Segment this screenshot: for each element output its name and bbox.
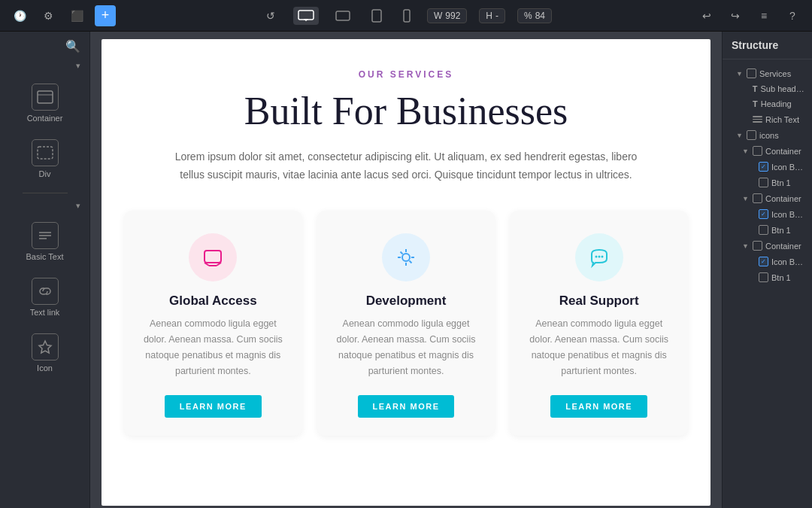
device-tablet-portrait-button[interactable] — [367, 6, 386, 26]
tree-label-btn-1-1: Btn 1 — [771, 178, 791, 187]
tree-item-container-3[interactable]: ▼ Container — [723, 238, 812, 254]
tree-item-services[interactable]: ▼ Services — [723, 65, 812, 81]
height-display: H - — [479, 8, 505, 23]
svg-rect-8 — [38, 147, 53, 159]
card-icon-real-support — [575, 233, 623, 281]
tree-arrow-icons: ▼ — [736, 132, 744, 139]
container-icon — [32, 84, 59, 111]
tree-checkbox-icon-box-1[interactable] — [759, 162, 768, 172]
tree-arrow-container-3: ▼ — [742, 242, 750, 250]
tree-item-container-1[interactable]: ▼ Container — [723, 143, 812, 159]
svg-rect-5 — [404, 10, 410, 22]
tree-label-heading: Heading — [761, 99, 792, 108]
tree-item-btn-1-1[interactable]: ▼ Btn 1 — [723, 175, 812, 190]
card-icon-global-access — [189, 233, 237, 281]
basic-text-label: Basic Text — [26, 252, 64, 261]
height-label: H — [486, 11, 492, 21]
sidebar-item-container[interactable]: Container — [11, 77, 79, 129]
search-icon[interactable]: 🔍 — [65, 39, 80, 53]
history-icon[interactable]: 🕐 — [9, 5, 30, 26]
tree-label-services: Services — [759, 69, 791, 78]
tree-label-icons: icons — [759, 131, 779, 140]
tree-item-container-2[interactable]: ▼ Container — [723, 190, 812, 206]
menu-icon[interactable]: ≡ — [753, 5, 774, 26]
card-real-support: Real Support Aenean commodo ligula egget… — [510, 211, 688, 436]
sidebar-item-text-link[interactable]: Text link — [11, 271, 79, 324]
tree-item-btn-1-2[interactable]: ▼ Btn 1 — [723, 222, 812, 238]
tree-checkbox-container-3[interactable] — [753, 241, 762, 251]
add-button[interactable]: + — [95, 5, 116, 26]
tree-checkbox-container-2[interactable] — [753, 193, 762, 203]
svg-point-24 — [595, 255, 597, 257]
sidebar-item-div[interactable]: Div — [11, 132, 79, 185]
tree-arrow-services: ▼ — [736, 70, 744, 78]
icon-label: Icon — [37, 364, 53, 373]
refresh-icon[interactable]: ↺ — [260, 5, 281, 26]
device-desktop-button[interactable] — [293, 7, 319, 25]
tree-item-rich-text[interactable]: ▼ Rich Text — [723, 111, 812, 127]
learn-more-real-support[interactable]: LEARN MORE — [550, 395, 647, 418]
collapse-arrow-mid[interactable]: ▾ — [76, 201, 80, 211]
redo-icon[interactable]: ↪ — [725, 5, 746, 26]
tree-item-icon-box-3[interactable]: ▼ Icon Bo... — [723, 254, 812, 269]
card-title-real-support: Real Support — [559, 294, 639, 309]
width-value: 992 — [445, 11, 460, 21]
undo-icon[interactable]: ↩ — [696, 5, 717, 26]
card-global-access: Global Access Aenean commodo ligula egge… — [124, 211, 302, 436]
tree-checkbox-btn-1-2[interactable] — [759, 225, 768, 235]
tree-checkbox-btn-1-3[interactable] — [759, 272, 768, 282]
device-mobile-button[interactable] — [398, 6, 415, 26]
tree-arrow-container-1: ▼ — [742, 148, 750, 155]
settings-icon[interactable]: ⚙ — [38, 5, 59, 26]
device-tablet-landscape-button[interactable] — [331, 7, 355, 25]
card-title-global-access: Global Access — [169, 294, 257, 309]
card-text-real-support: Aenean commodo ligula egget dolor. Aenea… — [525, 316, 673, 380]
svg-rect-3 — [336, 11, 350, 20]
container-label: Container — [27, 114, 63, 123]
tree-item-btn-1-3[interactable]: ▼ Btn 1 — [723, 269, 812, 285]
canvas: OUR SERVICES Built For Businesses Lorem … — [102, 39, 710, 506]
tree-checkbox-icon-box-3[interactable] — [759, 257, 768, 266]
basic-text-icon — [32, 222, 59, 249]
tree-item-heading[interactable]: ▼ T Heading — [723, 96, 812, 111]
collapse-arrow-top[interactable]: ▾ — [76, 61, 80, 71]
zoom-display: % 84 — [517, 8, 552, 23]
svg-rect-4 — [372, 10, 381, 22]
tree-item-icons[interactable]: ▼ icons — [723, 127, 812, 143]
main-description: Lorem ipsum dolor sit amet, consectetur … — [165, 148, 647, 184]
tree-item-sub-heading[interactable]: ▼ T Sub heading — [723, 81, 812, 96]
zoom-label: % — [524, 11, 532, 21]
main-heading: Built For Businesses — [244, 89, 568, 133]
tree-arrow-container-2: ▼ — [742, 195, 750, 202]
tree-checkbox-services[interactable] — [747, 68, 756, 78]
tree-checkbox-container-1[interactable] — [753, 146, 762, 156]
help-icon[interactable]: ? — [782, 5, 803, 26]
card-development: Development Aenean commodo ligula egget … — [317, 211, 495, 436]
topbar-right: ↩ ↪ ≡ ? — [696, 5, 803, 26]
main: 🔍 ▾ Container Div ▾ Basic Text — [0, 32, 812, 508]
zoom-value: 84 — [535, 11, 545, 21]
div-icon — [32, 139, 59, 166]
sidebar-item-basic-text[interactable]: Basic Text — [11, 215, 79, 268]
tree-item-icon-box-2[interactable]: ▼ Icon Bo... — [723, 206, 812, 222]
tree-lines-icon-rich-text — [753, 114, 762, 124]
learn-more-global-access[interactable]: LEARN MORE — [165, 395, 262, 418]
card-title-development: Development — [366, 294, 447, 309]
tree-checkbox-btn-1-1[interactable] — [759, 178, 768, 187]
tree-item-icon-box-1[interactable]: ▼ Icon Bo... — [723, 159, 812, 175]
topbar-left: 🕐 ⚙ ⬛ + — [9, 5, 116, 26]
svg-marker-12 — [39, 341, 51, 353]
learn-more-development[interactable]: LEARN MORE — [358, 395, 455, 418]
tree-checkbox-icon-box-2[interactable] — [759, 209, 768, 219]
tree-label-icon-box-2: Icon Bo... — [771, 210, 806, 219]
tree-label-btn-1-3: Btn 1 — [771, 273, 791, 282]
svg-point-26 — [601, 255, 603, 257]
sidebar-item-icon[interactable]: Icon — [11, 327, 79, 379]
tree-label-btn-1-2: Btn 1 — [771, 226, 791, 235]
svg-line-23 — [410, 260, 412, 263]
tree-type-icon-sub-heading: T — [753, 84, 758, 93]
structure-title: Structure — [723, 39, 812, 59]
text-link-label: Text link — [30, 308, 60, 317]
tree-checkbox-icons[interactable] — [747, 130, 756, 140]
layers-icon[interactable]: ⬛ — [66, 5, 87, 26]
